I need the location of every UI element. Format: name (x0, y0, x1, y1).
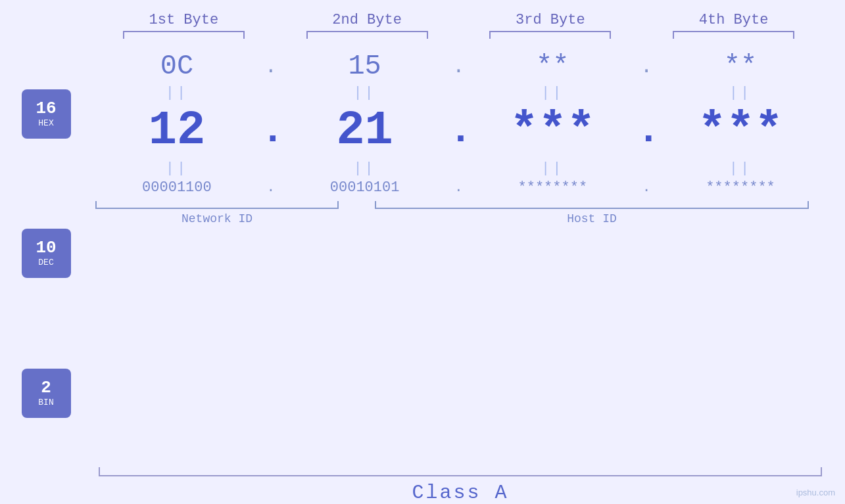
byte1-header: 1st Byte (111, 12, 256, 28)
host-bracket-line (375, 201, 809, 209)
host-id-section: Host ID (375, 201, 809, 225)
byte-headers-row: 1st Byte 2nd Byte 3rd Byte 4th Byte (0, 12, 845, 28)
eq2-byte4: || (668, 160, 813, 177)
dec-byte1: 12 (105, 104, 249, 158)
bin-dot3: . (637, 179, 656, 196)
network-id-label: Network ID (95, 212, 339, 225)
bin-dot2: . (448, 179, 468, 196)
network-bracket-line (95, 201, 339, 209)
dec-dot1: . (261, 108, 281, 153)
eq-row-2: || || || || (92, 159, 825, 178)
bottom-labels-row: Network ID Host ID (92, 201, 825, 225)
bin-byte2: 00010101 (293, 179, 437, 196)
hex-dot3: . (637, 55, 656, 79)
bin-byte1: 00001100 (105, 179, 249, 196)
eq2-byte3: || (480, 160, 625, 177)
hex-dot2: . (448, 55, 468, 79)
network-id-section: Network ID (95, 201, 339, 225)
eq2-byte2: || (293, 160, 437, 177)
main-container: 1st Byte 2nd Byte 3rd Byte 4th Byte 16 H… (0, 0, 845, 504)
eq1-byte1: || (105, 85, 249, 101)
eq1-byte3: || (480, 85, 625, 101)
hex-byte3: ** (480, 51, 625, 82)
class-section: Class A (0, 467, 845, 504)
dec-dot2: . (448, 108, 468, 153)
hex-badge: 16 HEX (22, 89, 71, 139)
class-bracket-line (99, 467, 822, 476)
bracket-byte3 (478, 31, 623, 39)
class-label: Class A (95, 482, 825, 504)
dec-byte3: *** (480, 104, 625, 158)
byte4-header: 4th Byte (662, 12, 806, 28)
dec-byte4: *** (668, 104, 813, 158)
dec-badge: 10 DEC (22, 229, 71, 278)
hex-byte2: 15 (293, 51, 437, 82)
eq1-byte2: || (293, 85, 437, 101)
eq1-byte4: || (668, 85, 813, 101)
data-area: 0C . 15 . ** . ** || || || || 12 (92, 44, 845, 463)
byte2-header: 2nd Byte (295, 12, 439, 28)
hex-byte1: 0C (105, 51, 249, 82)
bin-badge: 2 BIN (22, 369, 71, 418)
dec-badge-number: 10 (36, 239, 56, 256)
bin-byte4: ******** (668, 179, 813, 196)
dec-byte2: 21 (293, 104, 437, 158)
eq-row-1: || || || || (92, 83, 825, 103)
hex-row: 0C . 15 . ** . ** (92, 51, 825, 82)
watermark: ipshu.com (796, 488, 835, 497)
dec-dot3: . (637, 108, 656, 153)
bracket-byte2 (295, 31, 439, 39)
dec-badge-label: DEC (38, 258, 53, 267)
bin-byte3: ******** (480, 179, 625, 196)
badges-column: 16 HEX 10 DEC 2 BIN (0, 44, 92, 463)
hex-byte4: ** (668, 51, 813, 82)
host-id-label: Host ID (375, 212, 809, 225)
hex-badge-number: 16 (36, 100, 56, 117)
hex-badge-label: HEX (38, 118, 53, 128)
top-brackets-row (0, 31, 845, 39)
bracket-byte1 (111, 31, 256, 39)
bin-badge-number: 2 (41, 379, 51, 396)
hex-dot1: . (261, 55, 281, 79)
bin-dot1: . (261, 179, 281, 196)
bin-badge-label: BIN (38, 398, 53, 407)
byte3-header: 3rd Byte (478, 12, 623, 28)
bin-row: 00001100 . 00010101 . ******** . *******… (92, 179, 825, 196)
bracket-byte4 (662, 31, 806, 39)
dec-row: 12 . 21 . *** . *** (92, 104, 825, 158)
eq2-byte1: || (105, 160, 249, 177)
